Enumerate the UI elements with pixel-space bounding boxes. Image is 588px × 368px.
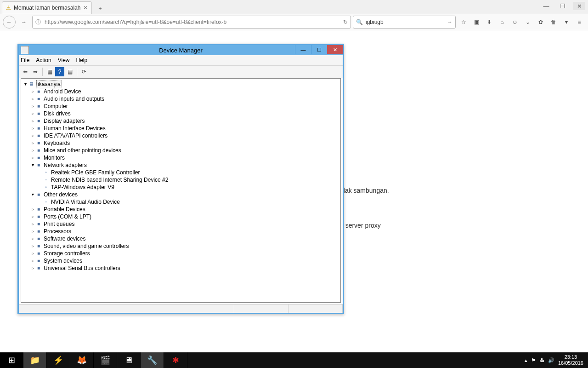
tab-close-button[interactable]: ✕	[83, 5, 88, 11]
home-icon[interactable]: ⌂	[498, 19, 506, 25]
url-bar[interactable]: ⓘ ↻	[32, 16, 351, 29]
dm-close-button[interactable]: ✕	[327, 45, 343, 54]
chat-icon[interactable]: ☺	[511, 19, 519, 25]
go-icon[interactable]: →	[447, 19, 452, 25]
browser-tab[interactable]: ⚠ Memuat laman bermasalah ✕	[2, 1, 92, 14]
tree-item[interactable]: ▫Realtek PCIe GBE Family Controller	[23, 169, 339, 176]
toolbar-show-hide-icon[interactable]: ▦	[45, 67, 54, 76]
device-icon: ■	[35, 88, 42, 95]
taskbar-settings-icon[interactable]: 🖥	[117, 352, 141, 368]
error-line-2: n server proxy	[340, 219, 389, 232]
tree-item[interactable]: ▹■Display adapters	[23, 117, 339, 125]
library-icon[interactable]: ▣	[472, 19, 481, 25]
tree-item[interactable]: ▹■Print queues	[23, 220, 339, 228]
toolbar-scan-icon[interactable]: ⟳	[79, 67, 89, 76]
new-tab-button[interactable]: ＋	[95, 3, 106, 14]
taskbar-app-icon[interactable]: ✱	[164, 352, 187, 368]
minimize-button[interactable]: —	[540, 2, 552, 10]
tree-item[interactable]: ▹■Ports (COM & LPT)	[23, 213, 339, 220]
tree-item[interactable]: ▹■Sound, video and game controllers	[23, 242, 339, 250]
system-tray[interactable]: ▴ ⚑ 🖧 🔊 23:13 16/05/2016	[520, 352, 588, 368]
dm-maximize-button[interactable]: ☐	[311, 45, 327, 54]
tree-item[interactable]: ▹■Keyboards	[23, 139, 339, 147]
taskbar-explorer-icon[interactable]: 📁	[23, 352, 47, 368]
toolbar-help-icon[interactable]: ?	[55, 67, 64, 76]
taskbar-winamp-icon[interactable]: ⚡	[47, 352, 70, 368]
addon-icon[interactable]: ✿	[537, 19, 545, 25]
reload-icon[interactable]: ↻	[343, 19, 348, 25]
device-manager-window: Device Manager — ☐ ✕ File Action View He…	[17, 44, 344, 314]
tree-item[interactable]: ▫TAP-Windows Adapter V9	[23, 184, 339, 191]
device-icon: ■	[35, 103, 42, 109]
taskbar-firefox-icon[interactable]: 🦊	[70, 352, 94, 368]
tray-up-icon[interactable]: ▴	[525, 357, 527, 363]
device-icon: ■	[35, 191, 42, 198]
trash-icon[interactable]: 🗑	[549, 19, 558, 25]
menu-action[interactable]: Action	[36, 57, 51, 63]
tree-item[interactable]: ▹■Android Device	[23, 88, 339, 95]
tree-item[interactable]: ▫Remote NDIS based Internet Sharing Devi…	[23, 176, 339, 184]
start-button[interactable]: ⊞	[0, 352, 23, 368]
toolbar-properties-icon[interactable]: ▤	[65, 67, 74, 76]
tree-item-label: Keyboards	[44, 139, 70, 147]
toolbar-back-icon[interactable]: ⬅	[21, 67, 30, 76]
tree-item[interactable]: ▹■Storage controllers	[23, 250, 339, 257]
tray-network-icon[interactable]: 🖧	[539, 357, 544, 363]
tree-item-label: NVIDIA Virtual Audio Device	[51, 198, 120, 206]
tree-item[interactable]: ▹■Audio inputs and outputs	[23, 95, 339, 103]
dropdown-icon[interactable]: ▾	[562, 19, 571, 25]
url-input[interactable]	[44, 18, 340, 26]
warning-icon: ⚠	[6, 5, 11, 11]
tree-item[interactable]: ▹■IDE ATA/ATAPI controllers	[23, 132, 339, 139]
forward-button[interactable]: →	[17, 16, 30, 29]
tree-item[interactable]: ▹■Disk drives	[23, 110, 339, 117]
tray-clock[interactable]: 23:13 16/05/2016	[558, 354, 583, 366]
dm-minimize-button[interactable]: —	[295, 45, 311, 54]
tree-item[interactable]: ▾■Other devices	[23, 191, 339, 198]
tray-flag-icon[interactable]: ⚑	[531, 357, 536, 363]
tree-item[interactable]: ▹■Portable Devices	[23, 206, 339, 213]
tree-item[interactable]: ▹■Human Interface Devices	[23, 125, 339, 132]
menu-help[interactable]: Help	[76, 57, 88, 63]
tree-item-label: Monitors	[44, 154, 65, 161]
device-icon: ▫	[42, 177, 50, 183]
restore-button[interactable]: ❐	[557, 2, 569, 10]
hamburger-menu-icon[interactable]: ≡	[575, 19, 583, 25]
back-button[interactable]: ←	[3, 16, 16, 29]
pocket-icon[interactable]: ⌄	[524, 19, 532, 25]
tree-item[interactable]: ▹■Software devices	[23, 235, 339, 242]
device-icon: ■	[35, 250, 42, 257]
taskbar-devicemanager-icon[interactable]: 🔧	[141, 352, 164, 368]
tree-item[interactable]: ▹■Processors	[23, 228, 339, 235]
device-icon: ■	[35, 140, 42, 146]
tree-item[interactable]: ▾■Network adapters	[23, 161, 339, 169]
tree-item[interactable]: ▹■Monitors	[23, 154, 339, 161]
tree-item[interactable]: ▹■Universal Serial Bus controllers	[23, 264, 339, 272]
tree-item[interactable]: ▾🖥ikasanyia	[23, 80, 339, 88]
tray-volume-icon[interactable]: 🔊	[548, 357, 554, 363]
search-input[interactable]	[365, 18, 445, 26]
device-icon: ■	[35, 213, 42, 220]
menu-view[interactable]: View	[58, 57, 70, 63]
close-button[interactable]: ✕	[573, 2, 585, 10]
tree-item[interactable]: ▹■Mice and other pointing devices	[23, 147, 339, 154]
device-icon: ■	[35, 155, 42, 161]
firefox-window-controls: — ❐ ✕	[540, 2, 585, 10]
tree-item-label: Portable Devices	[44, 206, 85, 213]
search-bar[interactable]: 🔍 →	[353, 16, 456, 29]
downloads-icon[interactable]: ⬇	[485, 19, 493, 25]
taskbar-mpc-icon[interactable]: 🎬	[94, 352, 117, 368]
dm-titlebar[interactable]: Device Manager — ☐ ✕	[19, 45, 343, 55]
tray-date: 16/05/2016	[558, 360, 583, 366]
tree-item[interactable]: ▹■Computer	[23, 103, 339, 110]
tree-item[interactable]: ▫NVIDIA Virtual Audio Device	[23, 198, 339, 206]
device-icon: ■	[35, 96, 42, 102]
device-icon: ■	[35, 258, 42, 264]
device-icon: ▫	[42, 184, 50, 190]
tree-item-label: Universal Serial Bus controllers	[44, 264, 120, 272]
toolbar-forward-icon[interactable]: ➡	[31, 67, 40, 76]
bookmark-star-icon[interactable]: ☆	[459, 19, 468, 25]
menu-file[interactable]: File	[21, 57, 29, 63]
tree-item[interactable]: ▹■System devices	[23, 257, 339, 264]
device-tree[interactable]: ▾🖥ikasanyia▹■Android Device▹■Audio input…	[21, 78, 341, 303]
